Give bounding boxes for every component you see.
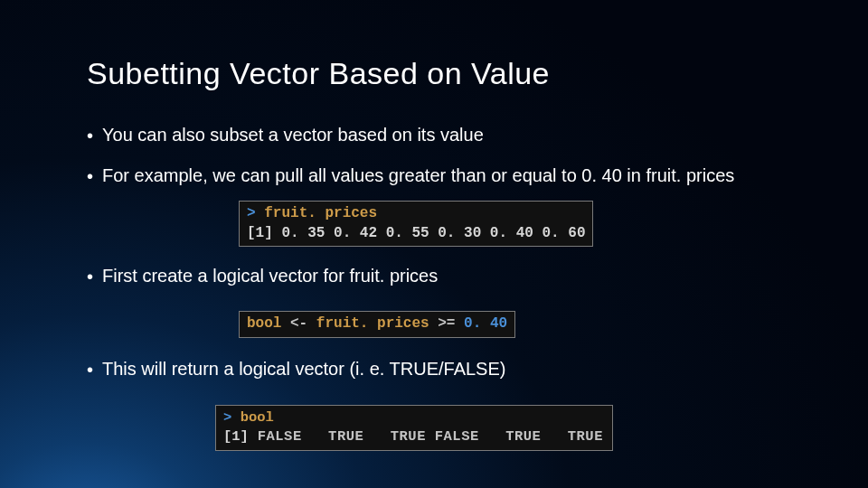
bullet-3: • First create a logical vector for frui… [87,265,787,289]
r-prompt: > [247,205,256,221]
bullet-dot-icon: • [87,125,93,148]
code-block-3: > bool [1] FALSE TRUE TRUE FALSE TRUE TR… [215,405,613,451]
r-output-index: [1] [247,225,273,241]
r-var: bool [247,315,281,332]
r-output-values: 0. 35 0. 42 0. 55 0. 30 0. 40 0. 60 [281,225,585,241]
bullet-1-text: You can also subset a vector based on it… [102,124,484,147]
r-command: fruit. prices [264,205,377,221]
r-assign-op: <- [290,315,307,332]
r-output-logical: FALSE TRUE TRUE FALSE TRUE TRUE [249,428,603,445]
bullet-dot-icon: • [87,165,93,189]
r-expr: fruit. prices [316,315,429,332]
r-output-index: [1] [223,428,249,445]
bullet-3-text: First create a logical vector for fruit.… [102,265,438,288]
code-block-2: bool <- fruit. prices >= 0. 40 [239,311,515,338]
slide-title: Subetting Vector Based on Value [87,56,787,91]
r-comparison-op: >= [438,315,455,332]
bullet-4: • This will return a logical vector (i. … [87,358,787,382]
bullet-1: • You can also subset a vector based on … [87,124,787,148]
bullet-2-text: For example, we can pull all values grea… [102,164,734,188]
bullet-dot-icon: • [87,266,93,289]
bullet-4-text: This will return a logical vector (i. e.… [102,358,505,381]
code-block-1: > fruit. prices [1] 0. 35 0. 42 0. 55 0.… [239,201,593,247]
slide-content: Subetting Vector Based on Value • You ca… [0,0,868,469]
r-literal: 0. 40 [464,315,507,332]
bullet-dot-icon: • [87,359,93,382]
bullet-2: • For example, we can pull all values gr… [87,164,787,189]
r-command: bool [241,409,274,426]
r-prompt: > [223,409,231,426]
